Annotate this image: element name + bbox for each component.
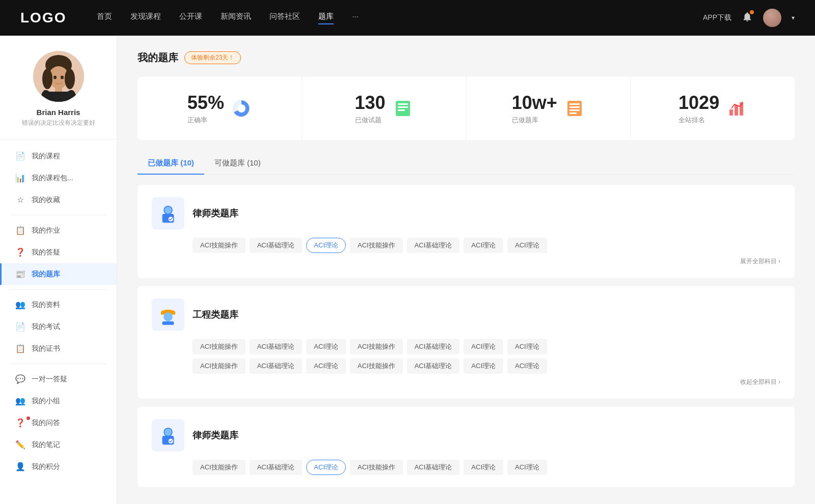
- law2-tag-0[interactable]: ACI技能操作: [193, 460, 246, 475]
- svg-rect-16: [569, 103, 580, 105]
- app-download[interactable]: APP下载: [703, 13, 731, 22]
- eng-tag2-1[interactable]: ACI基础理论: [250, 358, 303, 374]
- law2-tag-1[interactable]: ACI基础理论: [250, 460, 303, 475]
- tag-3[interactable]: ACI技能操作: [350, 238, 403, 253]
- eng-tag-6[interactable]: ACI理论: [507, 339, 547, 354]
- sidebar-item-materials[interactable]: 👥 我的资料: [0, 294, 117, 316]
- chat-icon: 💬: [15, 374, 25, 384]
- nav-news[interactable]: 新闻资讯: [221, 12, 251, 24]
- bank-tags-row-1: ACI技能操作 ACI基础理论 ACI理论 ACI技能操作 ACI基础理论 AC…: [193, 238, 780, 253]
- tag-5[interactable]: ACI理论: [464, 238, 503, 253]
- bank-title-1: 律师类题库: [193, 207, 238, 219]
- logo: LOGO: [20, 10, 66, 26]
- page-header: 我的题库 体验剩余23天！: [138, 51, 795, 65]
- nav-open-course[interactable]: 公开课: [179, 12, 202, 24]
- main-content: 我的题库 体验剩余23天！ 55% 正确率: [117, 36, 815, 504]
- svg-point-7: [53, 76, 57, 79]
- eng-tag2-3[interactable]: ACI技能操作: [350, 358, 403, 374]
- stats-row: 55% 正确率 130 已做试题: [138, 77, 795, 140]
- user-avatar: [33, 51, 84, 102]
- eng-tag2-6[interactable]: ACI理论: [507, 358, 547, 374]
- law2-tag-4[interactable]: ACI基础理论: [407, 460, 460, 475]
- accuracy-value: 55%: [187, 92, 224, 114]
- bank-header-2: 工程类题库: [152, 298, 780, 331]
- sidebar-item-homework[interactable]: 📋 我的作业: [0, 219, 117, 241]
- bank-card-lawyer-2: 律师类题库 ACI技能操作 ACI基础理论 ACI理论 ACI技能操作 ACI基…: [138, 407, 795, 487]
- tag-4[interactable]: ACI基础理论: [407, 238, 460, 253]
- nav-courses[interactable]: 发现课程: [130, 12, 161, 24]
- points-icon: 👤: [15, 462, 25, 471]
- bank-tags-row-3: ACI技能操作 ACI基础理论 ACI理论 ACI技能操作 ACI基础理论 AC…: [193, 460, 780, 475]
- eng-tag2-0[interactable]: ACI技能操作: [193, 358, 246, 374]
- eng-tag-4[interactable]: ACI基础理论: [407, 339, 460, 354]
- expand-2[interactable]: 收起全部科目 ›: [193, 378, 780, 386]
- sidebar-item-notes[interactable]: ✏️ 我的笔记: [0, 434, 117, 456]
- stat-done-questions: 130 已做试题: [302, 77, 467, 140]
- bank-card-lawyer-1: 律师类题库 ACI技能操作 ACI基础理论 ACI理论 ACI技能操作 ACI基…: [138, 185, 795, 278]
- bank-title-3: 律师类题库: [193, 429, 238, 441]
- stat-rank: 1029 全站排名: [631, 77, 795, 140]
- eng-tag-5[interactable]: ACI理论: [464, 339, 503, 354]
- svg-rect-18: [569, 109, 580, 111]
- sidebar-item-my-courses[interactable]: 📄 我的课程: [0, 145, 117, 167]
- nav-right: APP下载 ▾: [703, 9, 795, 27]
- sidebar-item-course-packages[interactable]: 📊 我的课程包...: [0, 167, 117, 189]
- svg-rect-12: [398, 103, 408, 105]
- sidebar-item-points[interactable]: 👤 我的积分: [0, 456, 117, 478]
- bank-tags-1: ACI技能操作 ACI基础理论 ACI理论 ACI技能操作 ACI基础理论 AC…: [152, 238, 780, 266]
- eng-tag2-2[interactable]: ACI理论: [306, 358, 346, 374]
- tag-1[interactable]: ACI基础理论: [250, 238, 303, 253]
- law2-tag-6[interactable]: ACI理论: [507, 460, 547, 475]
- svg-rect-31: [162, 321, 174, 325]
- eng-tag-2[interactable]: ACI理论: [306, 339, 346, 354]
- sidebar-item-certificate[interactable]: 📋 我的证书: [0, 338, 117, 359]
- svg-rect-21: [735, 105, 738, 116]
- eng-tag2-5[interactable]: ACI理论: [464, 358, 503, 374]
- sidebar-item-groups[interactable]: 👥 我的小组: [0, 390, 117, 412]
- nav-qa[interactable]: 问答社区: [269, 12, 300, 24]
- tab-available[interactable]: 可做题库 (10): [204, 152, 271, 174]
- sidebar-item-my-qa[interactable]: ❓ 我的问答: [0, 412, 117, 434]
- tab-done[interactable]: 已做题库 (10): [138, 152, 204, 174]
- star-icon: ☆: [15, 195, 25, 205]
- svg-point-8: [61, 76, 64, 79]
- eng-tag2-4[interactable]: ACI基础理论: [407, 358, 460, 374]
- law2-tag-2-active[interactable]: ACI理论: [306, 460, 346, 475]
- svg-point-10: [237, 104, 246, 113]
- nav-question-bank[interactable]: 题库: [318, 12, 334, 24]
- sidebar-item-favorites[interactable]: ☆ 我的收藏: [0, 189, 117, 211]
- avatar[interactable]: [763, 9, 781, 27]
- tag-0[interactable]: ACI技能操作: [193, 238, 246, 253]
- law2-tag-5[interactable]: ACI理论: [464, 460, 503, 475]
- tag-2-active[interactable]: ACI理论: [306, 238, 346, 253]
- sidebar-item-questions[interactable]: ❓ 我的答疑: [0, 241, 117, 263]
- bank-title-2: 工程类题库: [193, 309, 238, 321]
- expand-1[interactable]: 展开全部科目 ›: [193, 257, 780, 266]
- navigation: LOGO 首页 发现课程 公开课 新闻资讯 问答社区 题库 ··· APP下载 …: [0, 0, 815, 36]
- sidebar-item-exams[interactable]: 📄 我的考试: [0, 316, 117, 338]
- sidebar-divider-3: [10, 363, 106, 364]
- sidebar-item-question-bank[interactable]: 📰 我的题库: [0, 263, 117, 285]
- svg-rect-17: [569, 106, 580, 108]
- law2-tag-3[interactable]: ACI技能操作: [350, 460, 403, 475]
- chart-icon: 📊: [15, 173, 25, 183]
- svg-point-4: [65, 69, 75, 89]
- rank-label: 全站排名: [678, 116, 719, 125]
- bank-card-engineer: 工程类题库 ACI技能操作 ACI基础理论 ACI理论 ACI技能操作 ACI基…: [138, 286, 795, 399]
- nav-home[interactable]: 首页: [97, 12, 112, 24]
- qa-dot: [26, 416, 30, 420]
- avatar-chevron[interactable]: ▾: [792, 14, 795, 21]
- bank-header-1: 律师类题库: [152, 197, 780, 230]
- sidebar-item-one-on-one[interactable]: 💬 一对一答疑: [0, 368, 117, 390]
- cert-icon: 📋: [15, 344, 25, 353]
- notification-bell[interactable]: [742, 11, 753, 24]
- bank-header-3: 律师类题库: [152, 419, 780, 452]
- eng-tag-1[interactable]: ACI基础理论: [250, 339, 303, 354]
- eng-tag-3[interactable]: ACI技能操作: [350, 339, 403, 354]
- tabs: 已做题库 (10) 可做题库 (10): [138, 152, 795, 175]
- eng-tag-0[interactable]: ACI技能操作: [193, 339, 246, 354]
- done-banks-label: 已做题库: [512, 116, 557, 125]
- done-banks-icon: [564, 98, 585, 119]
- nav-more[interactable]: ···: [352, 12, 359, 24]
- tag-6[interactable]: ACI理论: [507, 238, 547, 253]
